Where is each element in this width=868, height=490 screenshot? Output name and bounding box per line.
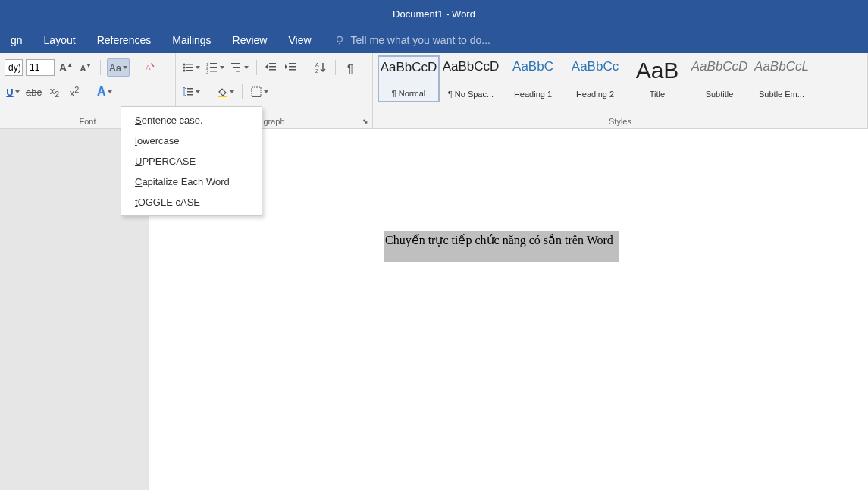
styles-gallery[interactable]: AaBbCcD¶ NormalAaBbCcD¶ No Spac...AaBbCH… bbox=[378, 55, 863, 102]
tell-me-search[interactable]: Tell me what you want to do... bbox=[334, 34, 490, 46]
svg-rect-8 bbox=[186, 70, 193, 71]
style-subtitle[interactable]: AaBbCcDSubtitle bbox=[688, 55, 750, 102]
window-titlebar: Document1 - Word bbox=[0, 0, 868, 27]
borders-button[interactable] bbox=[249, 83, 270, 101]
font-size-input[interactable] bbox=[26, 59, 55, 76]
svg-rect-15 bbox=[231, 63, 240, 64]
style-preview: AaBbCcL bbox=[754, 59, 809, 74]
case-option-oggle-case[interactable]: tOGGLE cASE bbox=[121, 192, 262, 212]
clear-formatting-button[interactable]: A bbox=[143, 58, 159, 77]
style-name: Title bbox=[650, 90, 665, 99]
borders-icon bbox=[250, 86, 262, 98]
svg-rect-29 bbox=[218, 96, 227, 97]
svg-text:A: A bbox=[315, 62, 319, 68]
svg-rect-30 bbox=[252, 87, 261, 96]
text-effects-button[interactable]: A bbox=[96, 83, 114, 101]
svg-rect-22 bbox=[289, 66, 296, 68]
paint-bucket-icon bbox=[216, 86, 228, 98]
line-spacing-icon bbox=[182, 86, 194, 98]
style-name: ¶ Normal bbox=[392, 89, 425, 98]
svg-point-0 bbox=[337, 36, 342, 42]
bullets-icon bbox=[182, 61, 194, 74]
ribbon-tabs: gn Layout References Mailings Review Vie… bbox=[0, 27, 868, 53]
decrease-indent-button[interactable] bbox=[263, 58, 280, 77]
svg-rect-27 bbox=[187, 91, 193, 93]
case-option-entence-case-[interactable]: Sentence case. bbox=[121, 110, 262, 130]
svg-rect-20 bbox=[269, 69, 276, 71]
increase-indent-button[interactable] bbox=[283, 58, 299, 77]
svg-text:3: 3 bbox=[206, 70, 208, 74]
window-title: Document1 - Word bbox=[393, 8, 475, 20]
tab-design[interactable]: gn bbox=[0, 27, 33, 53]
style-preview: AaBbCcD bbox=[443, 59, 500, 74]
ribbon: A▲ A▼ Aa A U abc x2 x2 A Font 123 bbox=[0, 53, 868, 129]
svg-text:Z: Z bbox=[315, 68, 319, 74]
tab-view[interactable]: View bbox=[277, 27, 321, 53]
shading-button[interactable] bbox=[215, 83, 236, 101]
svg-rect-14 bbox=[210, 71, 217, 72]
show-hide-marks-button[interactable]: ¶ bbox=[342, 58, 359, 77]
multilevel-icon bbox=[230, 61, 243, 74]
numbering-icon: 123 bbox=[206, 61, 218, 74]
change-case-menu: Sentence case.lowercaseUPPERCASECapitali… bbox=[121, 106, 262, 216]
style-heading-2[interactable]: AaBbCcHeading 2 bbox=[564, 55, 626, 102]
case-option-ppercase[interactable]: UPPERCASE bbox=[121, 151, 262, 171]
svg-rect-21 bbox=[289, 63, 296, 64]
style-preview: AaBbC bbox=[512, 59, 553, 74]
svg-rect-17 bbox=[236, 71, 240, 72]
case-option-apitalize-each-word[interactable]: Capitalize Each Word bbox=[121, 171, 262, 192]
svg-rect-6 bbox=[186, 67, 193, 68]
font-name-input[interactable] bbox=[5, 59, 23, 76]
svg-point-7 bbox=[183, 70, 186, 72]
tab-layout[interactable]: Layout bbox=[33, 27, 86, 53]
numbering-button[interactable]: 123 bbox=[205, 58, 226, 77]
sort-icon: AZ bbox=[315, 61, 327, 74]
style-name: Subtitle bbox=[706, 90, 734, 99]
svg-rect-18 bbox=[269, 63, 276, 64]
style---no-spac---[interactable]: AaBbCcD¶ No Spac... bbox=[440, 55, 502, 102]
change-case-button[interactable]: Aa bbox=[107, 58, 130, 77]
bullets-button[interactable] bbox=[180, 58, 202, 77]
svg-rect-19 bbox=[269, 66, 276, 68]
case-option-owercase[interactable]: lowercase bbox=[121, 130, 262, 151]
styles-group-label: Styles bbox=[378, 117, 863, 128]
underline-button[interactable]: U bbox=[5, 83, 21, 101]
eraser-icon: A bbox=[145, 61, 157, 74]
svg-text:A: A bbox=[146, 64, 151, 71]
multilevel-list-button[interactable] bbox=[229, 58, 250, 77]
style-preview: AaBbCc bbox=[572, 59, 619, 74]
svg-point-3 bbox=[183, 64, 186, 66]
style-name: ¶ No Spac... bbox=[448, 90, 494, 99]
strikethrough-button[interactable]: abc bbox=[24, 83, 43, 101]
svg-rect-10 bbox=[210, 63, 217, 64]
style-name: Heading 2 bbox=[576, 90, 614, 99]
selected-document-text[interactable]: Chuyển trực tiếp chức năng có sẵn trên W… bbox=[384, 231, 619, 262]
svg-rect-26 bbox=[187, 88, 193, 90]
indent-icon bbox=[285, 61, 297, 74]
svg-rect-16 bbox=[233, 67, 240, 68]
style-heading-1[interactable]: AaBbCHeading 1 bbox=[502, 55, 564, 102]
line-spacing-button[interactable] bbox=[180, 83, 202, 101]
increase-font-button[interactable]: A▲ bbox=[58, 58, 74, 77]
subscript-button[interactable]: x2 bbox=[46, 83, 63, 101]
style---normal[interactable]: AaBbCcD¶ Normal bbox=[378, 55, 440, 102]
lightbulb-icon bbox=[334, 35, 345, 46]
decrease-font-button[interactable]: A▼ bbox=[77, 58, 94, 77]
svg-point-5 bbox=[183, 67, 186, 69]
tab-mailings[interactable]: Mailings bbox=[161, 27, 221, 53]
style-title[interactable]: AaBTitle bbox=[626, 55, 688, 102]
sort-button[interactable]: AZ bbox=[312, 58, 329, 77]
style-name: Subtle Em... bbox=[759, 90, 804, 99]
superscript-button[interactable]: x2 bbox=[66, 83, 83, 101]
svg-rect-12 bbox=[210, 67, 217, 68]
style-preview: AaB bbox=[636, 59, 679, 82]
tell-me-placeholder: Tell me what you want to do... bbox=[351, 34, 490, 46]
style-preview: AaBbCcD bbox=[691, 59, 748, 74]
tab-review[interactable]: Review bbox=[222, 27, 278, 53]
paragraph-dialog-launcher[interactable]: ⬊ bbox=[360, 116, 371, 127]
svg-rect-4 bbox=[186, 64, 193, 65]
styles-group: AaBbCcD¶ NormalAaBbCcD¶ No Spac...AaBbCH… bbox=[373, 53, 868, 128]
tab-references[interactable]: References bbox=[86, 27, 162, 53]
style-preview: AaBbCcD bbox=[381, 60, 437, 75]
style-subtle-em---[interactable]: AaBbCcLSubtle Em... bbox=[750, 55, 813, 102]
